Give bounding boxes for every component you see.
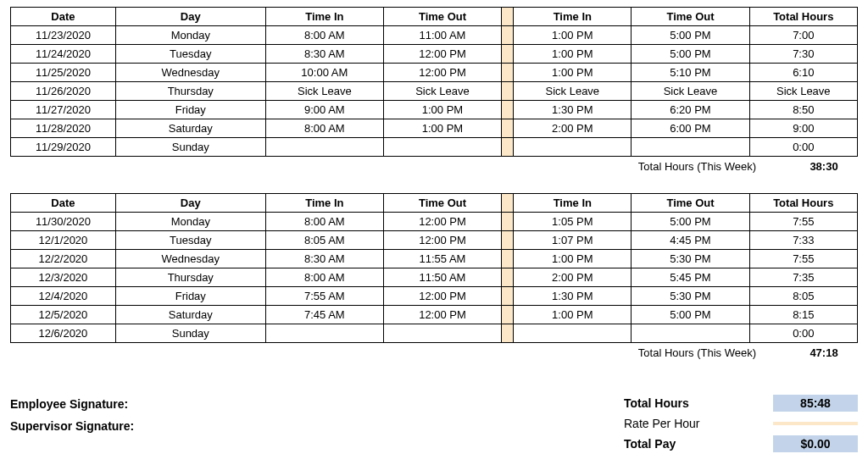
cell-time-out-1: 11:00 AM — [383, 26, 501, 45]
table-row: 11/27/2020Friday9:00 AM1:00 PM1:30 PM6:2… — [11, 101, 858, 119]
cell-time-in-1: 7:55 AM — [265, 287, 383, 306]
cell-time-in-1: 7:45 AM — [265, 306, 383, 324]
table-row: 12/1/2020Tuesday8:05 AM12:00 PM1:07 PM4:… — [11, 231, 858, 250]
cell-time-in-2: 2:00 PM — [514, 119, 632, 138]
cell-time-out-2: 5:45 PM — [632, 268, 749, 287]
total-pay-label: Total Pay — [620, 437, 773, 451]
cell-time-out-2: 6:20 PM — [632, 101, 749, 119]
week1-table: Date Day Time In Time Out Time In Time O… — [10, 7, 858, 157]
week2-total-value: 47:18 — [790, 346, 858, 359]
table-row: 11/26/2020ThursdaySick LeaveSick LeaveSi… — [11, 82, 858, 101]
column-separator — [502, 324, 514, 343]
cell-day: Tuesday — [115, 231, 265, 250]
column-separator — [502, 8, 514, 26]
header-date: Date — [11, 8, 116, 26]
table-row: 11/24/2020Tuesday8:30 AM12:00 PM1:00 PM5… — [11, 45, 858, 64]
header-total-hours: Total Hours — [749, 8, 857, 26]
header-time-in-2: Time In — [514, 8, 632, 26]
cell-time-out-1: 12:00 PM — [383, 45, 501, 64]
cell-total: 8:05 — [749, 287, 857, 306]
cell-day: Wednesday — [115, 64, 265, 82]
cell-time-out-1 — [383, 138, 501, 157]
table-row: 12/4/2020Friday7:55 AM12:00 PM1:30 PM5:3… — [11, 287, 858, 306]
cell-day: Sunday — [115, 138, 265, 157]
cell-date: 11/24/2020 — [11, 45, 116, 64]
cell-time-out-1: 12:00 PM — [383, 64, 501, 82]
cell-time-in-1 — [265, 138, 383, 157]
cell-date: 11/30/2020 — [11, 213, 116, 231]
cell-time-out-1: 12:00 PM — [383, 231, 501, 250]
cell-time-out-1: 11:55 AM — [383, 250, 501, 268]
table-row: 11/30/2020Monday8:00 AM12:00 PM1:05 PM5:… — [11, 213, 858, 231]
cell-time-out-2: 5:00 PM — [632, 45, 749, 64]
header-time-in-2: Time In — [514, 194, 632, 213]
header-time-out: Time Out — [383, 8, 501, 26]
cell-time-out-1: 12:00 PM — [383, 213, 501, 231]
table-row: 11/25/2020Wednesday10:00 AM12:00 PM1:00 … — [11, 64, 858, 82]
cell-time-out-2: 6:00 PM — [632, 119, 749, 138]
cell-time-in-2: 1:05 PM — [514, 213, 632, 231]
cell-date: 12/1/2020 — [11, 231, 116, 250]
week2-total-row: Total Hours (This Week) 47:18 — [10, 346, 858, 359]
week2-table: Date Day Time In Time Out Time In Time O… — [10, 193, 858, 343]
cell-time-out-2: 4:45 PM — [632, 231, 749, 250]
column-separator — [502, 231, 514, 250]
column-separator — [502, 101, 514, 119]
column-separator — [502, 287, 514, 306]
cell-day: Thursday — [115, 268, 265, 287]
cell-total: 7:00 — [749, 26, 857, 45]
cell-total: 7:55 — [749, 250, 857, 268]
column-separator — [502, 82, 514, 101]
cell-time-in-1: 9:00 AM — [265, 101, 383, 119]
cell-day: Sunday — [115, 324, 265, 343]
total-hours-value: 85:48 — [773, 395, 858, 412]
signatures-block: Employee Signature: Supervisor Signature… — [10, 393, 134, 437]
cell-total: 0:00 — [749, 324, 857, 343]
column-separator — [502, 138, 514, 157]
cell-time-in-2: 1:00 PM — [514, 250, 632, 268]
cell-time-out-1 — [383, 324, 501, 343]
cell-total: 7:33 — [749, 231, 857, 250]
column-separator — [502, 213, 514, 231]
header-total-hours: Total Hours — [749, 194, 857, 213]
column-separator — [502, 250, 514, 268]
cell-time-in-2 — [514, 324, 632, 343]
cell-time-in-1: 8:00 AM — [265, 268, 383, 287]
cell-time-in-1: 8:00 AM — [265, 213, 383, 231]
cell-time-in-2: 1:00 PM — [514, 306, 632, 324]
cell-date: 12/2/2020 — [11, 250, 116, 268]
cell-date: 12/6/2020 — [11, 324, 116, 343]
rate-per-hour-label: Rate Per Hour — [620, 417, 773, 430]
column-separator — [502, 306, 514, 324]
column-separator — [502, 26, 514, 45]
cell-date: 11/23/2020 — [11, 26, 116, 45]
cell-day: Friday — [115, 101, 265, 119]
week1-total-label: Total Hours (This Week) — [638, 160, 790, 173]
cell-time-out-1: 1:00 PM — [383, 101, 501, 119]
cell-day: Tuesday — [115, 45, 265, 64]
cell-total: 7:55 — [749, 213, 857, 231]
cell-time-in-1: 8:30 AM — [265, 45, 383, 64]
cell-time-in-1: 8:00 AM — [265, 26, 383, 45]
cell-day: Friday — [115, 287, 265, 306]
header-day: Day — [115, 194, 265, 213]
cell-total: 8:15 — [749, 306, 857, 324]
cell-time-out-2 — [632, 324, 749, 343]
cell-time-in-1: 10:00 AM — [265, 64, 383, 82]
table-row: 12/5/2020Saturday7:45 AM12:00 PM1:00 PM5… — [11, 306, 858, 324]
column-separator — [502, 194, 514, 213]
supervisor-signature-label: Supervisor Signature: — [10, 415, 134, 437]
table-header-row: Date Day Time In Time Out Time In Time O… — [11, 8, 858, 26]
cell-time-out-2: Sick Leave — [632, 82, 749, 101]
total-hours-label: Total Hours — [620, 396, 773, 410]
cell-time-out-2: 5:00 PM — [632, 306, 749, 324]
column-separator — [502, 268, 514, 287]
cell-date: 11/29/2020 — [11, 138, 116, 157]
cell-day: Monday — [115, 26, 265, 45]
cell-time-in-1: Sick Leave — [265, 82, 383, 101]
table-row: 11/23/2020Monday8:00 AM11:00 AM1:00 PM5:… — [11, 26, 858, 45]
cell-time-in-2: 1:07 PM — [514, 231, 632, 250]
cell-time-in-2: 1:00 PM — [514, 64, 632, 82]
week1-total-value: 38:30 — [790, 160, 858, 173]
cell-time-in-2 — [514, 138, 632, 157]
